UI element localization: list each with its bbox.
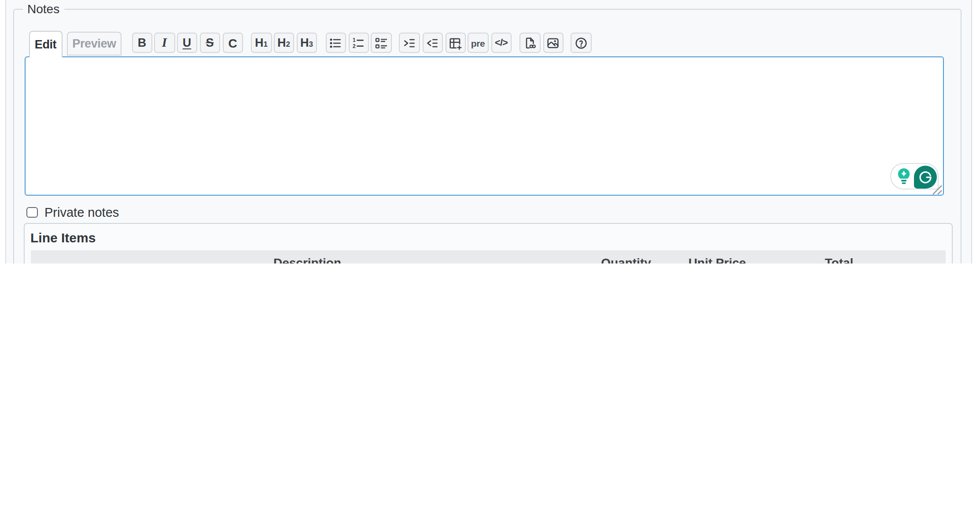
inline-code-button[interactable]: C bbox=[222, 33, 243, 53]
column-header-description: Description bbox=[31, 250, 584, 264]
link-icon bbox=[523, 36, 537, 50]
heading1-icon: H1 bbox=[255, 37, 268, 49]
bold-button[interactable]: B bbox=[132, 33, 152, 53]
inline-code-icon: C bbox=[228, 37, 237, 49]
pre-button[interactable]: pre bbox=[468, 33, 488, 53]
heading2-button[interactable]: H2 bbox=[273, 33, 294, 53]
page: Notes Edit Preview B I U S C H1 H2 H3 12… bbox=[0, 0, 980, 264]
help-button[interactable] bbox=[571, 33, 591, 53]
heading2-icon: H2 bbox=[277, 37, 290, 49]
insert-table-button[interactable] bbox=[445, 33, 466, 53]
svg-text:2: 2 bbox=[353, 43, 356, 49]
column-header-unit-price: Unit Price bbox=[676, 250, 758, 264]
image-button[interactable] bbox=[543, 33, 564, 53]
link-button[interactable] bbox=[519, 33, 540, 53]
heading1-button[interactable]: H1 bbox=[251, 33, 272, 53]
code-block-button[interactable]: </> bbox=[491, 33, 512, 53]
indent-decrease-button[interactable] bbox=[422, 33, 443, 53]
grammarly-suggestion-icon bbox=[896, 167, 911, 186]
bold-icon: B bbox=[138, 37, 147, 49]
image-icon bbox=[546, 36, 560, 50]
resize-handle[interactable] bbox=[931, 183, 943, 195]
notes-legend: Notes bbox=[22, 1, 64, 16]
italic-icon: I bbox=[162, 37, 167, 49]
notes-editor-box bbox=[24, 56, 944, 196]
private-notes-label: Private notes bbox=[44, 206, 119, 219]
notes-textarea[interactable] bbox=[27, 59, 939, 191]
column-header-quantity: Quantity bbox=[585, 250, 667, 264]
indent-decrease-icon bbox=[426, 36, 440, 50]
tab-edit[interactable]: Edit bbox=[29, 30, 62, 57]
line-items-header: Description Quantity Unit Price Total bbox=[31, 250, 946, 264]
svg-text:1: 1 bbox=[353, 37, 356, 43]
line-items-title: Line Items bbox=[30, 230, 96, 245]
code-block-icon: </> bbox=[495, 38, 508, 48]
ordered-list-button[interactable]: 12 bbox=[348, 33, 369, 53]
strikethrough-button[interactable]: S bbox=[199, 33, 220, 53]
unordered-list-button[interactable] bbox=[325, 33, 346, 53]
unordered-list-icon bbox=[329, 36, 343, 50]
strikethrough-icon: S bbox=[206, 37, 214, 49]
heading3-button[interactable]: H3 bbox=[296, 33, 317, 53]
ordered-list-icon: 12 bbox=[352, 36, 366, 50]
definition-list-icon bbox=[374, 36, 388, 50]
italic-button[interactable]: I bbox=[154, 33, 175, 53]
indent-increase-button[interactable] bbox=[399, 33, 420, 53]
indent-increase-icon bbox=[402, 36, 416, 50]
underline-button[interactable]: U bbox=[177, 33, 197, 53]
table-plus-icon bbox=[449, 36, 463, 50]
tab-preview[interactable]: Preview bbox=[67, 31, 122, 55]
underline-icon: U bbox=[183, 37, 192, 49]
pre-icon: pre bbox=[471, 37, 485, 48]
definition-list-button[interactable] bbox=[371, 33, 391, 53]
heading3-icon: H3 bbox=[300, 37, 313, 49]
help-icon bbox=[574, 36, 588, 50]
private-notes-checkbox[interactable] bbox=[26, 207, 37, 218]
column-header-total: Total bbox=[788, 250, 890, 264]
